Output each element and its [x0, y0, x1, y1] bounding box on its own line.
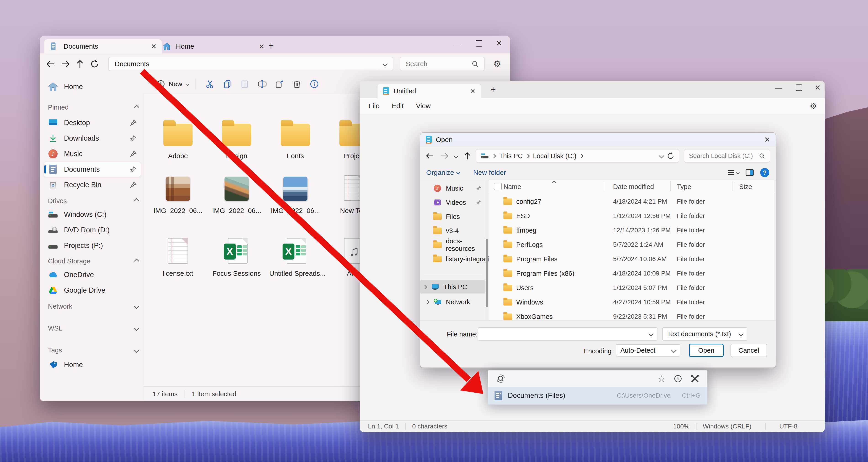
grid-item-fonts[interactable]: Fonts	[269, 103, 321, 160]
tab-close-icon[interactable]: ✕	[259, 42, 265, 51]
maximize-button[interactable]	[469, 36, 489, 51]
section-pinned[interactable]: Pinned	[48, 100, 138, 114]
sidebar-item-desktop[interactable]: Desktop	[44, 116, 141, 130]
settings-gear-icon[interactable]: ⚙	[489, 57, 505, 71]
grid-item-license[interactable]: license.txt	[152, 225, 204, 277]
grid-item-img3[interactable]: IMG_2022_06...	[269, 164, 321, 214]
new-button[interactable]: New	[157, 80, 189, 88]
search-input[interactable]: Search	[400, 57, 485, 71]
file-row-windows[interactable]: Windows 4/27/2024 10:59 PMFile folder	[489, 295, 774, 309]
sidebar-item-downloads[interactable]: Downloads	[44, 131, 141, 145]
sidebar-item-documents[interactable]: Documents	[44, 162, 141, 177]
delete-icon[interactable]	[288, 77, 306, 90]
dialog-sidebar-videos[interactable]: Videos	[423, 196, 484, 209]
paste-icon[interactable]	[236, 77, 253, 90]
dialog-sidebar-network[interactable]: Network	[423, 295, 484, 308]
file-row-ffmpeg[interactable]: ffmpeg 12/14/2023 1:26 PMFile folder	[489, 223, 774, 237]
breadcrumb-this-pc[interactable]: This PC	[499, 152, 523, 160]
sidebar-item-dvd-d[interactable]: DVD Rom (D:)	[44, 223, 141, 237]
dialog-sidebar-docs-resources[interactable]: docs-resources	[423, 238, 484, 252]
file-row-config27[interactable]: config27 4/18/2024 4:21 PMFile folder	[489, 195, 774, 209]
section-tags[interactable]: Tags	[48, 343, 138, 357]
chevron-down-icon[interactable]	[134, 326, 140, 331]
dialog-sidebar-music[interactable]: ♪ Music	[423, 182, 484, 195]
rename-icon[interactable]	[253, 77, 271, 90]
address-bar[interactable]: Documents	[108, 57, 393, 71]
share-icon[interactable]	[271, 77, 288, 90]
menu-edit[interactable]: Edit	[392, 102, 404, 110]
column-type[interactable]: Type	[677, 183, 691, 191]
listary-search-bar[interactable]: ☆	[488, 370, 707, 387]
file-row-esd[interactable]: ESD 1/12/2024 12:56 PMFile folder	[489, 209, 774, 223]
new-folder-button[interactable]: New folder	[473, 169, 506, 176]
close-button[interactable]: ✕	[764, 135, 770, 144]
sidebar-scrollbar[interactable]	[485, 180, 488, 320]
favorites-star-icon[interactable]: ☆	[658, 374, 665, 384]
breadcrumb[interactable]: This PC Local Disk (C:)	[475, 149, 679, 163]
chevron-up-icon[interactable]	[134, 198, 140, 204]
sidebar-item-home[interactable]: Home	[44, 79, 141, 94]
grid-item-focus-sessions[interactable]: X Focus Sessions	[211, 225, 263, 277]
settings-gear-icon[interactable]: ⚙	[810, 101, 817, 111]
grid-item-untitled-spreadsheet[interactable]: X Untitled Spreads...	[269, 225, 321, 277]
sidebar-item-onedrive[interactable]: OneDrive	[44, 267, 141, 282]
expand-chevron-icon[interactable]	[425, 300, 429, 304]
column-divider[interactable]	[604, 181, 604, 191]
tab-documents[interactable]: Documents ✕	[44, 39, 162, 54]
file-row-program-files-x86[interactable]: Program Files (x86) 4/18/2024 10:09 PMFi…	[489, 266, 774, 280]
dialog-sidebar-this-pc[interactable]: This PC	[420, 280, 485, 294]
history-clock-icon[interactable]	[674, 374, 682, 383]
grid-item-adobe[interactable]: Adobe	[152, 103, 204, 160]
tab-close-icon[interactable]: ✕	[470, 88, 475, 95]
tools-icon[interactable]	[690, 374, 700, 383]
file-type-select[interactable]: Text documents (*.txt)	[662, 327, 747, 340]
preview-pane-button[interactable]	[746, 169, 754, 176]
sidebar-item-projects-p[interactable]: Projects (P:)	[44, 238, 141, 253]
sidebar-item-tag-home[interactable]: Home	[44, 358, 141, 372]
copy-icon[interactable]	[219, 77, 236, 90]
file-row-perflogs[interactable]: PerfLogs 5/7/2022 1:24 AMFile folder	[489, 238, 774, 252]
forward-icon[interactable]	[437, 148, 452, 163]
section-cloud-storage[interactable]: Cloud Storage	[48, 254, 138, 268]
breadcrumb-local-disk[interactable]: Local Disk (C:)	[533, 152, 576, 160]
new-tab-button[interactable]: +	[268, 40, 274, 51]
zoom-level[interactable]: 100%	[673, 423, 690, 430]
close-button[interactable]: ✕	[808, 81, 828, 95]
notepad-tab-untitled[interactable]: Untitled ✕	[378, 84, 481, 98]
minimize-button[interactable]: —	[769, 81, 788, 95]
sidebar-item-music[interactable]: ♪ Music	[44, 146, 141, 161]
new-tab-button[interactable]: +	[490, 85, 496, 95]
chevron-down-icon[interactable]	[134, 304, 140, 309]
column-divider[interactable]	[670, 181, 671, 191]
help-icon[interactable]: ?	[760, 168, 769, 177]
dialog-sidebar-listary-integration[interactable]: listary-integratio	[423, 253, 484, 266]
file-row-users[interactable]: Users 1/12/2024 5:07 PMFile folder	[489, 281, 774, 295]
grid-item-img1[interactable]: IMG_2022_06...	[152, 164, 204, 214]
forward-icon[interactable]	[58, 57, 73, 71]
chevron-down-icon[interactable]	[382, 61, 388, 67]
encoding[interactable]: UTF-8	[779, 423, 798, 430]
tab-close-icon[interactable]: ✕	[151, 42, 157, 51]
back-icon[interactable]	[423, 148, 437, 163]
history-chevron-icon[interactable]	[454, 154, 459, 159]
column-name[interactable]: Name	[503, 183, 521, 191]
dialog-sidebar-files[interactable]: Files	[423, 210, 484, 223]
menu-file[interactable]: File	[368, 102, 379, 110]
dialog-search-input[interactable]: Search Local Disk (C:)	[684, 149, 770, 163]
section-network[interactable]: Network	[48, 299, 138, 313]
open-button[interactable]: Open	[689, 344, 724, 357]
up-icon[interactable]	[73, 57, 87, 71]
select-all-checkbox[interactable]	[494, 183, 502, 190]
grid-item-design[interactable]: Design	[211, 103, 263, 160]
section-drives[interactable]: Drives	[48, 194, 138, 208]
maximize-button[interactable]	[789, 81, 809, 95]
column-date-modified[interactable]: Date modified	[613, 183, 654, 191]
listary-result-documents[interactable]: Documents (Files) C:\Users\OneDrive Ctrl…	[488, 387, 707, 405]
grid-item-img2[interactable]: IMG_2022_06...	[211, 164, 263, 214]
minimize-button[interactable]: —	[448, 36, 468, 51]
up-icon[interactable]	[460, 148, 475, 163]
refresh-icon[interactable]	[667, 152, 674, 160]
encoding-select[interactable]: Auto-Detect	[616, 344, 680, 357]
chevron-up-icon[interactable]	[134, 259, 140, 264]
cut-icon[interactable]	[202, 77, 219, 90]
